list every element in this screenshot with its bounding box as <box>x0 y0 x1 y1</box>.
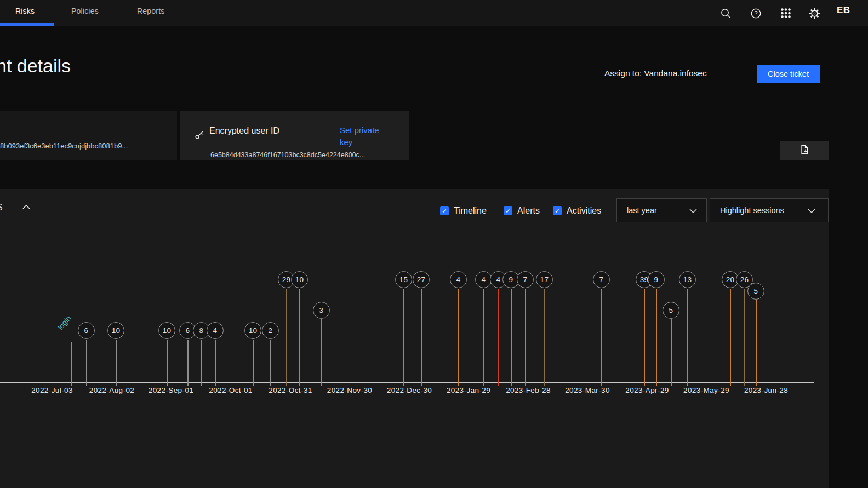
timeline-event-circle[interactable]: 7 <box>517 271 534 288</box>
timeline-event-stem <box>71 342 72 386</box>
timeline-event-circle[interactable]: 9 <box>648 271 665 288</box>
x-axis-tick-label: 2023-Jan-29 <box>447 386 490 394</box>
timeline-event-stem <box>656 289 657 386</box>
timeline-event-circle[interactable]: 4 <box>450 271 467 288</box>
login-annotation: login <box>56 314 73 331</box>
timeline-event-stem <box>116 340 117 386</box>
x-axis-line <box>0 382 814 383</box>
x-axis-tick-label: 2022-Oct-31 <box>269 386 312 394</box>
timeline-event-stem <box>730 289 731 386</box>
timeline-event-circle[interactable]: 27 <box>413 271 430 288</box>
x-axis-tick-label: 2022-Sep-01 <box>149 386 193 394</box>
timeline-event-circle[interactable]: 15 <box>395 271 412 288</box>
session-id-card: 8b093ef3c6e3eb11ec9cnjdjbbc8081b9... <box>0 111 177 160</box>
x-axis-tick-label: 2023-Jun-28 <box>744 386 788 394</box>
encrypted-user-id-value: 6e5b84d433a8746f167103bc3c8dc5e4224e800c… <box>210 151 365 159</box>
svg-text:?: ? <box>754 10 757 16</box>
checkbox-alerts[interactable]: ✓ Alerts <box>504 206 540 216</box>
export-document-button[interactable] <box>780 141 829 160</box>
active-tab-indicator <box>0 23 54 26</box>
checkmark-icon: ✓ <box>440 206 449 215</box>
checkbox-activities-label: Activities <box>567 206 601 216</box>
x-axis-tick-label: 2023-Feb-28 <box>506 386 551 394</box>
checkbox-alerts-label: Alerts <box>517 206 540 216</box>
timeline-event-stem <box>744 289 745 386</box>
x-axis-tick-label: 2022-Oct-01 <box>209 386 252 394</box>
key-icon <box>195 129 205 142</box>
x-axis-tick-label: 2022-Nov-30 <box>327 386 372 394</box>
timeline-event-stem <box>525 289 526 386</box>
timeline-panel: S ✓ Timeline ✓ Alerts ✓ Activities last … <box>0 189 829 488</box>
timeline-event-stem <box>270 340 271 386</box>
timeline-event-stem <box>458 289 459 386</box>
timeline-event-stem <box>756 300 757 386</box>
timeline-event-circle[interactable]: 4 <box>207 322 224 339</box>
avatar[interactable]: EB <box>837 5 850 16</box>
tab-policies[interactable]: Policies <box>71 7 99 15</box>
chevron-up-icon <box>21 204 31 213</box>
top-nav: Risks Policies Reports ? EB <box>0 0 868 26</box>
section-title: S <box>0 203 3 213</box>
timeline-event-stem <box>201 340 202 386</box>
timeline-event-circle[interactable]: 10 <box>244 322 261 339</box>
tab-risks[interactable]: Risks <box>15 7 35 15</box>
highlight-sessions-dropdown[interactable]: Highlight sessions <box>710 198 829 222</box>
timeline-event-stem <box>483 289 484 386</box>
timeline-event-circle[interactable]: 6 <box>78 322 95 339</box>
close-ticket-button[interactable]: Close ticket <box>757 65 820 83</box>
timeline-event-stem <box>671 319 672 386</box>
app-switcher-icon[interactable] <box>775 3 796 24</box>
highlight-sessions-value: Highlight sessions <box>720 206 784 215</box>
x-axis-tick-label: 2023-May-29 <box>683 386 729 394</box>
timeline-event-stem <box>644 289 645 386</box>
x-axis-tick-label: 2022-Aug-02 <box>89 386 134 394</box>
checkbox-activities[interactable]: ✓ Activities <box>553 206 601 216</box>
timeline-event-stem <box>321 319 322 386</box>
timeline-event-stem <box>167 340 168 386</box>
collapse-section-button[interactable] <box>20 202 33 213</box>
encrypted-user-id-title: Encrypted user ID <box>209 126 279 136</box>
timeline-event-circle[interactable]: 10 <box>158 322 175 339</box>
timeline-event-stem <box>544 289 545 386</box>
timeline-event-stem <box>403 289 404 386</box>
set-private-key-link[interactable]: Set private key <box>340 124 388 148</box>
timeline-event-circle[interactable]: 17 <box>536 271 553 288</box>
tab-reports[interactable]: Reports <box>137 7 164 15</box>
x-axis-tick-label: 2023-Mar-30 <box>565 386 610 394</box>
checkbox-timeline[interactable]: ✓ Timeline <box>440 206 487 216</box>
timeline-event-stem <box>421 289 422 386</box>
help-icon[interactable]: ? <box>745 3 766 24</box>
timeline-event-circle[interactable]: 2 <box>262 322 279 339</box>
x-axis-tick-label: 2022-Dec-30 <box>387 386 432 394</box>
timeline-event-circle[interactable]: 5 <box>747 283 764 300</box>
timeline-event-stem <box>299 289 300 386</box>
x-axis-tick-label: 2022-Jul-03 <box>31 386 73 394</box>
timeline-event-stem <box>286 289 287 386</box>
search-icon[interactable] <box>715 3 736 24</box>
checkbox-timeline-label: Timeline <box>454 206 487 216</box>
encrypted-user-id-card: Encrypted user ID Set private key 6e5b84… <box>180 111 409 160</box>
timeline-event-stem <box>687 289 688 386</box>
timeline-event-circle[interactable]: 5 <box>663 302 679 319</box>
timeline-event-stem <box>498 289 499 386</box>
timeline-event-stem <box>187 340 189 386</box>
timeline-event-stem <box>601 289 602 386</box>
document-export-icon <box>800 145 809 156</box>
session-id-value: 8b093ef3c6e3eb11ec9cnjdjbbc8081b9... <box>0 142 128 150</box>
timeline-event-circle[interactable]: 13 <box>679 271 696 288</box>
page-title: nt details <box>0 55 71 77</box>
timeline-event-stem <box>253 340 254 386</box>
x-axis-tick-label: 2023-Apr-29 <box>625 386 669 394</box>
timeline-event-stem <box>511 289 512 386</box>
timeline-event-stem <box>215 340 216 386</box>
time-range-value: last year <box>627 206 657 215</box>
timeline-event-circle[interactable]: 7 <box>593 271 610 288</box>
assign-to-text: Assign to: Vandana.infosec <box>604 68 707 78</box>
timeline-event-stem <box>86 340 87 386</box>
timeline-event-circle[interactable]: 3 <box>313 302 330 319</box>
checkmark-icon: ✓ <box>553 206 562 215</box>
settings-gear-icon[interactable] <box>804 3 825 24</box>
timeline-event-circle[interactable]: 10 <box>107 322 124 339</box>
time-range-dropdown[interactable]: last year <box>616 198 707 222</box>
timeline-event-circle[interactable]: 10 <box>291 271 308 288</box>
